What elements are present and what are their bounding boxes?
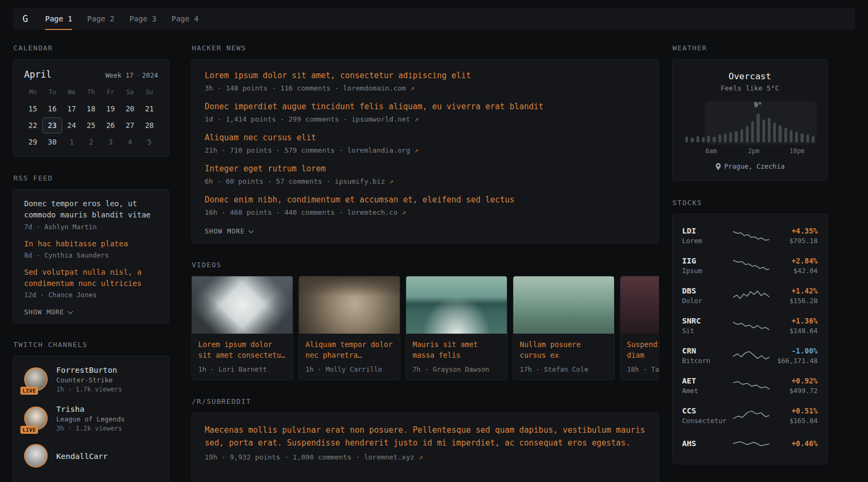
reddit-post-title[interactable]: Maecenas mollis pulvinar erat non posuer… xyxy=(205,424,646,449)
hn-story[interactable]: Integer eget rutrum lorem 6h · 60 points… xyxy=(205,163,646,185)
rss-item[interactable]: Donec tempor eros leo, ut commodo mauris… xyxy=(24,198,158,231)
calendar-day-header: We xyxy=(62,84,81,100)
stock-row[interactable]: DBS Dolor +1.42% $156.28 xyxy=(682,281,818,311)
calendar-day[interactable]: 28 xyxy=(140,117,159,133)
weather-hour-bar xyxy=(685,137,688,142)
hn-story-title[interactable]: Donec imperdiet augue tincidunt felis al… xyxy=(205,101,646,112)
calendar-day[interactable]: 18 xyxy=(81,101,101,117)
video-thumbnail[interactable] xyxy=(620,276,659,334)
calendar-day[interactable]: 5 xyxy=(140,134,159,150)
live-badge: LIVE xyxy=(20,426,38,434)
calendar-day[interactable]: 17 xyxy=(62,101,81,117)
calendar-day[interactable]: 20 xyxy=(120,101,139,117)
reddit-post[interactable]: Maecenas mollis pulvinar erat non posuer… xyxy=(205,424,646,461)
hn-story-title[interactable]: Donec enim nibh, condimentum et accumsan… xyxy=(205,194,646,206)
calendar-day[interactable]: 4 xyxy=(120,134,139,150)
external-link-icon[interactable]: ↗ xyxy=(414,146,418,154)
hn-story-title[interactable]: Lorem ipsum dolor sit amet, consectetur … xyxy=(205,70,646,81)
calendar-day-header: Sa xyxy=(120,84,139,100)
tab-page-1[interactable]: Page 1 xyxy=(45,7,72,30)
weather-hour-bar xyxy=(768,118,770,142)
right-column: WEATHER Overcast Feels like 5°C 9° 6am 2… xyxy=(672,44,828,464)
rss-item[interactable]: In hac habitasse platea 8d · Cynthia Sau… xyxy=(24,238,158,259)
stock-row[interactable]: SNRC Sit +1.36% $148.64 xyxy=(682,311,818,341)
stock-name: Bitcorn xyxy=(682,357,731,365)
calendar-day[interactable]: 16 xyxy=(42,101,62,117)
stock-change: +2.84% xyxy=(771,257,818,265)
calendar-grid: MoTuWeThFrSaSu15161718192021222324252627… xyxy=(23,84,159,150)
video-body: Nullam posuere cursus ex 17h · Stefan Co… xyxy=(513,334,614,380)
hn-story[interactable]: Aliquam nec cursus elit 21h · 710 points… xyxy=(205,132,646,154)
hn-story[interactable]: Lorem ipsum dolor sit amet, consectetur … xyxy=(205,70,646,92)
video-thumbnail[interactable] xyxy=(513,276,614,334)
show-more-label: SHOW MORE xyxy=(205,227,245,235)
calendar-day[interactable]: 19 xyxy=(101,101,120,117)
video-thumbnail[interactable] xyxy=(192,276,293,334)
external-link-icon[interactable]: ↗ xyxy=(402,208,406,216)
calendar-day[interactable]: 1 xyxy=(62,134,81,150)
calendar-day[interactable]: 3 xyxy=(101,134,120,150)
hn-story[interactable]: Donec imperdiet augue tincidunt felis al… xyxy=(205,101,646,123)
calendar-day[interactable]: 23 xyxy=(42,117,62,133)
calendar-day[interactable]: 25 xyxy=(81,117,101,133)
hn-story-title[interactable]: Aliquam nec cursus elit xyxy=(205,132,646,144)
stock-row[interactable]: CRN Bitcorn -1.00% $66,171.48 xyxy=(682,341,818,371)
calendar-day[interactable]: 21 xyxy=(140,101,159,117)
video-card[interactable]: Mauris sit amet massa felis 7h · Grayson… xyxy=(406,276,507,380)
weather-hour-bar xyxy=(740,129,743,142)
video-body: Suspendisse diam 18h · Tara xyxy=(620,334,659,380)
video-body: Mauris sit amet massa felis 7h · Grayson… xyxy=(406,334,507,380)
weather-hour-bar xyxy=(735,131,737,142)
stock-row[interactable]: LDI Lorem +4.35% $795.18 xyxy=(682,221,818,251)
calendar-day[interactable]: 29 xyxy=(23,134,42,150)
hn-show-more-button[interactable]: SHOW MORE xyxy=(205,227,253,235)
tab-page-2[interactable]: Page 2 xyxy=(87,7,115,30)
page-tabs: Page 1 Page 2 Page 3 Page 4 xyxy=(45,7,213,30)
calendar-day[interactable]: 15 xyxy=(23,101,42,117)
video-card[interactable]: Lorem ipsum dolor sit amet consectetu… 1… xyxy=(191,276,293,380)
hn-story[interactable]: Donec enim nibh, condimentum et accumsan… xyxy=(205,194,646,216)
rss-item[interactable]: Sed volutpat nulla nisl, a condimentum n… xyxy=(24,267,158,299)
weather-hour-bar xyxy=(691,138,693,142)
external-link-icon[interactable]: ↗ xyxy=(414,115,418,123)
rss-item-title: Sed volutpat nulla nisl, a condimentum n… xyxy=(24,267,158,290)
twitch-channel[interactable]: KendallCarr xyxy=(24,444,158,469)
hn-story-title[interactable]: Integer eget rutrum lorem xyxy=(205,163,646,175)
calendar-day[interactable]: 2 xyxy=(81,134,101,150)
calendar-day[interactable]: 22 xyxy=(23,117,42,133)
calendar-day-header: Mo xyxy=(23,84,42,100)
avatar: LIVE xyxy=(24,406,49,431)
stock-price: $42.04 xyxy=(771,267,818,275)
stock-row[interactable]: IIG Ipsum +2.84% $42.04 xyxy=(682,251,818,281)
weather-time-label: 6am xyxy=(706,147,717,155)
stock-row[interactable]: AHS +0.46% xyxy=(682,431,818,457)
video-card[interactable]: Aliquam tempor dolor nec pharetra… 1h · … xyxy=(298,276,400,380)
twitch-channel[interactable]: LIVE Trisha League of Legends 3h · 1.2k … xyxy=(24,405,158,432)
external-link-icon[interactable]: ↗ xyxy=(410,84,415,92)
stock-identity: AHS xyxy=(682,439,731,449)
rss-show-more-button[interactable]: SHOW MORE xyxy=(24,308,72,316)
twitch-channel[interactable]: LIVE ForrestBurton Counter-Strike 1h · 1… xyxy=(24,366,158,393)
stock-row[interactable]: CCS Consectetur +0.51% $165.84 xyxy=(682,401,818,431)
tab-page-3[interactable]: Page 3 xyxy=(129,7,156,30)
video-card[interactable]: Suspendisse diam 18h · Tara xyxy=(620,276,659,380)
calendar-day[interactable]: 26 xyxy=(101,117,120,133)
stock-row[interactable]: AET Amet +0.92% $499.72 xyxy=(682,371,818,401)
external-link-icon[interactable]: ↗ xyxy=(389,177,393,185)
video-thumbnail[interactable] xyxy=(299,276,400,334)
channel-info: ForrestBurton Counter-Strike 1h · 1.7k v… xyxy=(56,366,122,393)
stock-values: -1.00% $66,171.48 xyxy=(771,347,818,365)
video-card[interactable]: Nullam posuere cursus ex 17h · Stefan Co… xyxy=(513,276,615,380)
video-title: Aliquam tempor dolor nec pharetra… xyxy=(305,339,393,361)
stock-identity: LDI Lorem xyxy=(682,227,731,245)
video-thumbnail[interactable] xyxy=(406,276,507,334)
external-link-icon[interactable]: ↗ xyxy=(418,453,423,461)
calendar-day[interactable]: 30 xyxy=(42,134,62,150)
calendar-day[interactable]: 24 xyxy=(62,117,81,133)
video-body: Aliquam tempor dolor nec pharetra… 1h · … xyxy=(299,334,400,380)
tab-page-4[interactable]: Page 4 xyxy=(171,7,199,30)
calendar-day[interactable]: 27 xyxy=(120,117,139,133)
stock-symbol: IIG xyxy=(682,257,731,265)
weather-hour-bar xyxy=(795,132,798,142)
rss-item-meta: 12d · Chance Jones xyxy=(24,291,158,299)
